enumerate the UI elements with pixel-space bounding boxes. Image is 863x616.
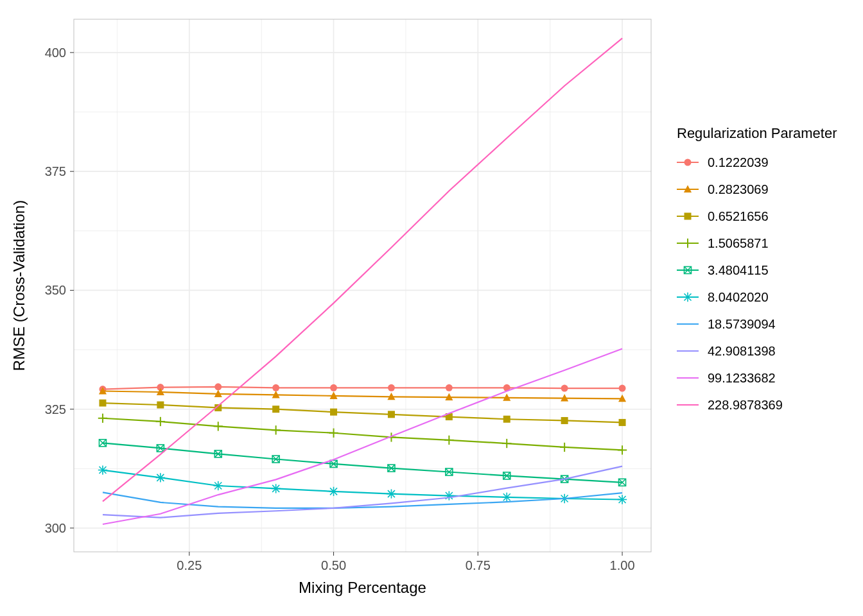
x-tick-label: 0.75 <box>466 558 491 572</box>
svg-point-8 <box>561 385 568 392</box>
svg-rect-28 <box>561 417 568 424</box>
point-marker <box>684 213 692 220</box>
svg-rect-21 <box>157 402 164 409</box>
point-marker <box>444 491 453 500</box>
point-marker <box>683 293 692 302</box>
y-tick-label: 400 <box>45 46 66 60</box>
svg-point-3 <box>272 384 279 391</box>
point-marker <box>683 239 692 248</box>
legend-label: 99.1233682 <box>708 371 776 385</box>
svg-rect-20 <box>99 400 106 407</box>
legend-label: 0.2823069 <box>708 182 769 196</box>
point-marker <box>446 384 453 391</box>
svg-point-6 <box>446 384 453 391</box>
y-tick-label: 325 <box>45 402 66 416</box>
svg-point-2 <box>214 383 222 390</box>
svg-rect-24 <box>330 409 337 416</box>
svg-point-4 <box>330 384 337 391</box>
legend-label: 8.0402020 <box>708 290 769 304</box>
point-marker <box>214 481 223 490</box>
point-marker <box>272 384 279 391</box>
x-axis-title: Mixing Percentage <box>299 579 426 596</box>
point-marker <box>214 383 222 390</box>
point-marker <box>156 473 165 482</box>
plot-panel <box>74 19 651 552</box>
point-marker <box>330 384 337 391</box>
point-marker <box>561 417 568 424</box>
point-marker <box>157 402 164 409</box>
x-tick-label: 0.50 <box>321 558 346 572</box>
point-marker <box>502 493 511 502</box>
svg-rect-122 <box>684 213 692 220</box>
svg-rect-23 <box>272 406 279 413</box>
legend-title: Regularization Parameter <box>677 125 837 141</box>
svg-point-9 <box>619 385 626 392</box>
svg-point-120 <box>684 159 692 166</box>
point-marker <box>388 384 395 391</box>
y-tick-label: 375 <box>45 164 66 178</box>
y-tick-label: 300 <box>45 521 66 535</box>
point-marker <box>387 489 396 498</box>
svg-rect-25 <box>388 411 395 418</box>
legend-label: 42.9081398 <box>708 344 776 358</box>
point-marker <box>388 411 395 418</box>
svg-point-5 <box>388 384 395 391</box>
point-marker <box>272 484 281 493</box>
x-tick-label: 0.25 <box>177 558 202 572</box>
x-tick-label: 1.00 <box>610 558 635 572</box>
legend-label: 0.6521656 <box>708 209 769 223</box>
point-marker <box>329 487 338 496</box>
legend-label: 228.9878369 <box>708 398 783 412</box>
point-marker <box>684 159 692 166</box>
svg-rect-29 <box>619 419 626 426</box>
point-marker <box>618 495 627 504</box>
point-marker <box>619 385 626 392</box>
legend-label: 0.1222039 <box>708 155 769 169</box>
point-marker <box>99 400 106 407</box>
point-marker <box>98 465 107 474</box>
legend-label: 18.5739094 <box>708 317 776 331</box>
y-axis-title: RMSE (Cross-Validation) <box>10 200 28 371</box>
point-marker <box>330 409 337 416</box>
point-marker <box>619 419 626 426</box>
svg-rect-27 <box>503 416 510 423</box>
legend-label: 1.5065871 <box>708 236 769 250</box>
y-tick-label: 350 <box>45 283 66 297</box>
point-marker <box>561 385 568 392</box>
legend-label: 3.4804115 <box>708 263 769 277</box>
point-marker <box>272 406 279 413</box>
point-marker <box>503 416 510 423</box>
